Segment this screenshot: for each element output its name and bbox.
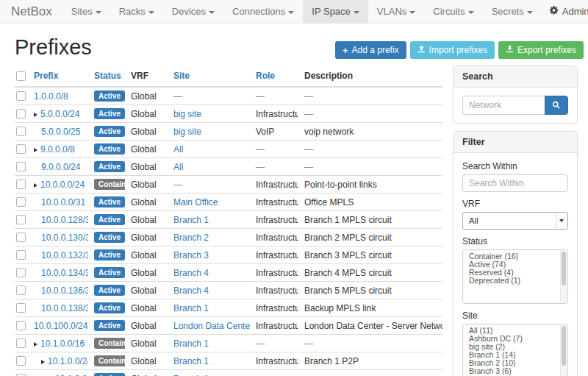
brand-netbox[interactable]: NetBox (0, 0, 62, 23)
row-checkbox[interactable] (16, 303, 26, 313)
site-link[interactable]: Branch 4 (173, 285, 209, 296)
site-link[interactable]: big site (173, 127, 201, 137)
site-link[interactable]: Branch 3 (173, 250, 209, 260)
empty-value: — (304, 144, 313, 155)
prefix-link[interactable]: 1.0.0.0/8 (34, 91, 68, 102)
row-checkbox[interactable] (16, 215, 26, 224)
site-link[interactable]: Branch 1 (173, 338, 209, 349)
column-header-prefix[interactable]: Prefix (28, 65, 88, 87)
prefix-link[interactable]: 10.0.0.138/31 (41, 303, 88, 313)
search-within-input[interactable] (462, 174, 568, 192)
row-checkbox[interactable] (16, 285, 26, 295)
add-a-prefix-button[interactable]: +Add a prefix (335, 41, 406, 59)
prefix-link[interactable]: 10.1.0.0/16 (40, 338, 85, 349)
import-prefixes-button[interactable]: Import prefixes (410, 41, 495, 59)
nav-item-ip-space[interactable]: IP Space (303, 0, 368, 23)
description-cell: — (298, 335, 442, 352)
table-row: 9.0.0.0/24ActiveGlobalAll—— (15, 158, 442, 176)
row-checkbox[interactable] (16, 91, 26, 101)
empty-value: — (256, 144, 265, 155)
site-link[interactable]: Main Office (173, 197, 218, 207)
site-link[interactable]: Branch 1 (173, 374, 209, 376)
status-badge: Active (94, 267, 125, 278)
row-checkbox[interactable] (16, 268, 26, 277)
site-link[interactable]: Branch 2 (173, 233, 209, 243)
role-cell: — (250, 158, 298, 176)
row-checkbox[interactable] (16, 144, 26, 154)
role-cell: Infrastructure (250, 264, 298, 282)
site-link[interactable]: All (173, 144, 183, 155)
prefix-link[interactable]: 10.0.0.136/31 (41, 285, 88, 296)
scrollbar[interactable] (560, 325, 567, 376)
row-checkbox[interactable] (16, 321, 26, 330)
nav-item-vlans[interactable]: VLANs (368, 0, 424, 23)
prefix-link[interactable]: 10.0.0.128/31 (41, 215, 88, 225)
site-link[interactable]: Branch 4 (173, 268, 209, 278)
site-link[interactable]: All (173, 162, 183, 172)
status-multiselect[interactable]: Container (16)Active (74)Reserved (4)Dep… (462, 249, 568, 304)
site-link[interactable]: London Data Center (173, 321, 250, 331)
chevron-down-icon (209, 11, 215, 14)
column-header-site[interactable]: Site (168, 65, 250, 87)
row-checkbox[interactable] (16, 250, 26, 260)
nav-item-secrets[interactable]: Secrets (483, 0, 542, 23)
site-link[interactable]: Branch 1 (173, 303, 209, 313)
prefix-link[interactable]: 10.0.100.0/24 (34, 321, 87, 331)
vrf-cell: Global (125, 123, 168, 141)
nav-item-circuits[interactable]: Circuits (424, 0, 482, 23)
role-cell: — (250, 87, 298, 105)
table-row: 10.0.0.0/24ContainerGlobal—Infrastructur… (15, 176, 442, 194)
prefix-link[interactable]: 10.0.0.132/31 (41, 250, 88, 260)
row-checkbox[interactable] (16, 197, 26, 207)
table-row: 10.0.0.128/31ActiveGlobalBranch 1Infrast… (15, 211, 442, 229)
expand-caret-icon (34, 183, 37, 188)
scrollbar[interactable] (560, 251, 567, 302)
prefix-link[interactable]: 10.0.0.0/24 (40, 180, 85, 190)
row-checkbox[interactable] (16, 338, 26, 348)
row-checkbox[interactable] (16, 356, 26, 366)
site-link[interactable]: Branch 1 (173, 356, 209, 366)
prefix-link[interactable]: 9.0.0.0/8 (40, 144, 75, 155)
row-checkbox[interactable] (16, 233, 26, 242)
vrf-cell: Global (125, 282, 168, 299)
site-multiselect[interactable]: All (11)Ashburn DC (7)big site (2)Branch… (462, 324, 568, 376)
table-row: 9.0.0.0/8ActiveGlobalAll—— (15, 141, 442, 158)
nav-item-connections[interactable]: Connections (223, 0, 303, 23)
search-input[interactable] (462, 96, 545, 115)
vrf-select[interactable]: All (462, 212, 568, 230)
prefix-link[interactable]: 5.0.0.0/25 (41, 127, 80, 137)
prefix-link[interactable]: 10.1.0.0/25 (55, 374, 88, 376)
expand-caret-icon (34, 342, 37, 347)
empty-value: — (256, 91, 265, 102)
column-header-role[interactable]: Role (250, 65, 298, 87)
prefix-link[interactable]: 10.0.0.134/31 (41, 268, 88, 278)
status-badge: Active (94, 249, 125, 260)
nav-item-devices[interactable]: Devices (163, 0, 223, 23)
row-checkbox[interactable] (16, 162, 26, 171)
site-link[interactable]: Branch 1 (173, 215, 209, 225)
select-option[interactable]: Deprecated (1) (463, 277, 567, 285)
prefix-link[interactable]: 10.0.0.0/31 (41, 197, 85, 207)
row-checkbox[interactable] (16, 127, 26, 136)
status-badge: Active (94, 373, 125, 376)
select-all-checkbox[interactable] (16, 71, 26, 81)
nav-item-sites[interactable]: Sites (62, 0, 110, 23)
column-header-status[interactable]: Status (88, 65, 125, 87)
prefix-link[interactable]: 9.0.0.0/24 (41, 162, 80, 172)
prefix-link[interactable]: 5.0.0.0/24 (40, 109, 79, 119)
table-row: 5.0.0.0/24ActiveGlobalbig siteInfrastruc… (15, 105, 442, 123)
nav-item-racks[interactable]: Racks (110, 0, 163, 23)
nav-item-admin[interactable]: Admin (542, 0, 588, 23)
export-icon (506, 45, 514, 55)
prefix-link[interactable]: 10.1.0.0/24 (48, 356, 88, 366)
search-button[interactable] (545, 96, 568, 115)
export-prefixes-button[interactable]: Export prefixes (498, 41, 584, 59)
role-cell: — (250, 141, 298, 158)
status-badge: Active (94, 126, 125, 137)
prefix-link[interactable]: 10.0.0.130/31 (41, 233, 88, 243)
table-header-row: PrefixStatusVRFSiteRoleDescription (15, 65, 442, 87)
description-cell: Branch 1 P2P (298, 352, 442, 370)
site-link[interactable]: big site (173, 109, 201, 119)
row-checkbox[interactable] (16, 109, 26, 118)
row-checkbox[interactable] (16, 180, 26, 189)
